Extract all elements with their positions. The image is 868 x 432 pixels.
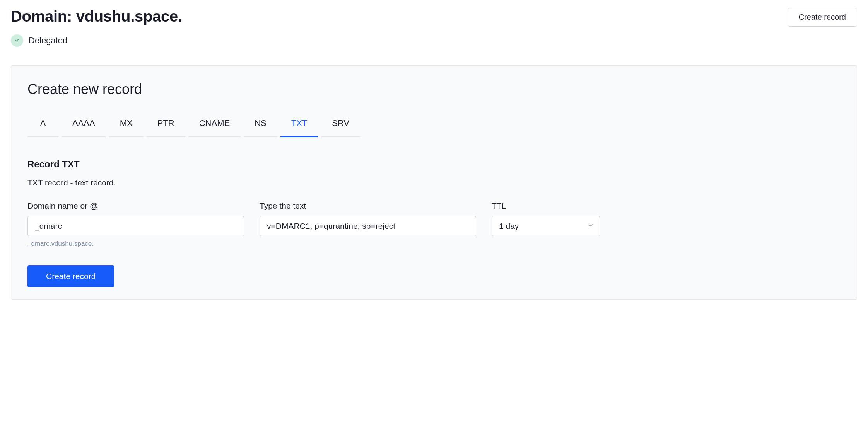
tab-a[interactable]: A — [27, 114, 58, 137]
delegation-status: Delegated — [11, 34, 857, 47]
page-title: Domain: vdushu.space. — [11, 8, 182, 25]
ttl-select[interactable] — [492, 216, 600, 236]
check-icon — [11, 34, 23, 47]
record-type-tabs: A AAAA MX PTR CNAME NS TXT SRV — [27, 114, 841, 137]
tab-txt[interactable]: TXT — [280, 114, 318, 137]
tab-cname[interactable]: CNAME — [188, 114, 241, 137]
tab-ptr[interactable]: PTR — [147, 114, 185, 137]
tab-aaaa[interactable]: AAAA — [62, 114, 106, 137]
domain-name-helper: _dmarc.vdushu.space. — [27, 240, 244, 248]
ttl-label: TTL — [492, 201, 600, 211]
tab-ns[interactable]: NS — [244, 114, 277, 137]
panel-title: Create new record — [27, 81, 841, 97]
create-record-panel: Create new record A AAAA MX PTR CNAME NS… — [11, 65, 857, 300]
record-type-heading: Record TXT — [27, 159, 841, 170]
domain-name-label: Domain name or @ — [27, 201, 244, 211]
record-type-description: TXT record - text record. — [27, 178, 841, 187]
domain-name-input[interactable] — [27, 216, 244, 236]
text-value-label: Type the text — [260, 201, 476, 211]
tab-mx[interactable]: MX — [109, 114, 144, 137]
create-record-button-top[interactable]: Create record — [788, 8, 857, 27]
create-record-submit-button[interactable]: Create record — [27, 265, 114, 287]
status-text: Delegated — [29, 36, 67, 46]
text-value-input[interactable] — [260, 216, 476, 236]
tab-srv[interactable]: SRV — [321, 114, 360, 137]
